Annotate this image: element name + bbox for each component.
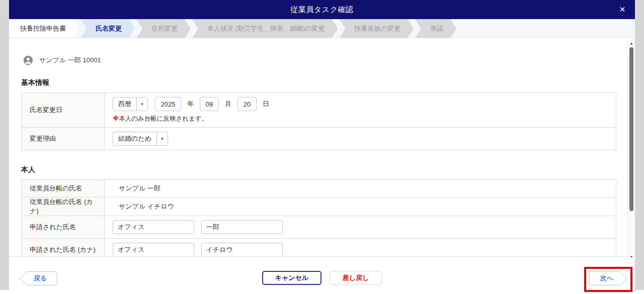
step-label: 扶養控除申告書	[20, 24, 66, 33]
era-select-value: 西暦	[113, 97, 136, 111]
era-select[interactable]: 西暦 ▼	[113, 97, 148, 111]
name-change-note: ※本人のみ台帳に反映されます。	[113, 115, 608, 123]
section-heading-basic-info: 基本情報	[21, 78, 616, 87]
next-button-label: 次へ	[589, 271, 627, 285]
table-row: 申請された氏名 (カナ)	[22, 239, 616, 257]
modal-footer: 戻る キャンセル 差し戻し 次へ	[9, 257, 635, 290]
table-row: 従業員台帳の氏名 サンプル 一郎	[22, 180, 616, 198]
reject-button[interactable]: 差し戻し	[330, 271, 382, 285]
step-label: 承認	[430, 24, 443, 33]
step-label: 氏名変更	[96, 24, 122, 33]
step-label: 住所変更	[151, 24, 178, 33]
page-background-right	[635, 0, 644, 290]
modal-header: 従業員タスク確認 ✕	[9, 0, 635, 19]
basic-info-table: 氏名変更日 西暦 ▼ 年 月 日	[21, 92, 616, 150]
employee-identity: サンプル 一郎 10001	[23, 55, 616, 65]
note-asterisk: ※	[113, 115, 119, 122]
ledger-kana-value: サンプル イチロウ	[113, 203, 174, 210]
step-label: 本人状況 (勤労学生、障害、婚姻)の変更	[207, 24, 325, 33]
field-label-applied-kana: 申請された氏名 (カナ)	[22, 239, 105, 257]
field-label-change-reason: 変更理由	[22, 128, 105, 150]
ledger-name-value: サンプル 一郎	[113, 184, 160, 192]
note-text: 本人のみ台帳に反映されます。	[119, 115, 208, 122]
table-row: 申請された氏名	[22, 216, 616, 239]
page-background-left	[0, 0, 9, 290]
step-approval[interactable]: 承認	[415, 19, 456, 38]
month-unit-label: 月	[225, 100, 231, 109]
table-row: 変更理由 結婚のため ▼	[22, 128, 616, 150]
next-button[interactable]: 次へ	[589, 271, 627, 285]
footer-center-buttons: キャンセル 差し戻し	[9, 257, 635, 285]
section-heading-person: 本人	[21, 165, 616, 174]
change-reason-value: 結婚のため	[113, 132, 156, 145]
step-label: 扶養家族の変更	[355, 24, 400, 33]
user-icon	[23, 55, 33, 65]
year-unit-label: 年	[187, 100, 194, 109]
vertical-scrollbar[interactable]: ▲ ▼	[627, 40, 635, 260]
close-icon[interactable]: ✕	[615, 0, 630, 19]
scroll-up-icon[interactable]: ▲	[628, 41, 635, 46]
employee-name-id: サンプル 一郎 10001	[39, 56, 101, 65]
back-button-label: 戻る	[19, 271, 57, 285]
table-row: 氏名変更日 西暦 ▼ 年 月 日	[22, 93, 616, 128]
person-table: 従業員台帳の氏名 サンプル 一郎 従業員台帳の氏名 (カナ) サンプル イチロウ…	[21, 179, 616, 257]
scrollbar-thumb[interactable]	[629, 47, 633, 211]
step-name-change[interactable]: 氏名変更	[80, 19, 135, 38]
field-label-applied-name: 申請された氏名	[22, 216, 105, 239]
applied-first-kana-input[interactable]	[201, 243, 283, 257]
step-address-change[interactable]: 住所変更	[136, 19, 191, 38]
step-navigation: 扶養控除申告書 氏名変更 住所変更 本人状況 (勤労学生、障害、婚姻)の変更 扶…	[9, 19, 635, 38]
highlight-box: 次へ	[584, 267, 632, 292]
day-input[interactable]	[237, 97, 257, 111]
field-label-ledger-kana: 従業員台帳の氏名 (カナ)	[22, 198, 105, 216]
applied-last-kana-input[interactable]	[113, 243, 194, 257]
field-label-name-change-date: 氏名変更日	[22, 93, 105, 128]
step-dependents-change[interactable]: 扶養家族の変更	[340, 19, 414, 38]
field-label-ledger-name: 従業員台帳の氏名	[22, 180, 105, 198]
day-unit-label: 日	[263, 100, 269, 109]
employee-task-modal: 従業員タスク確認 ✕ 扶養控除申告書 氏名変更 住所変更 本人状況 (勤労学生、…	[9, 0, 635, 294]
step-personal-status-change[interactable]: 本人状況 (勤労学生、障害、婚姻)の変更	[192, 19, 338, 38]
back-button[interactable]: 戻る	[19, 271, 57, 285]
step-dependent-declaration[interactable]: 扶養控除申告書	[9, 19, 79, 38]
modal-title: 従業員タスク確認	[290, 5, 353, 15]
cancel-button[interactable]: キャンセル	[262, 271, 321, 285]
chevron-down-icon: ▼	[156, 132, 168, 145]
applied-last-name-input[interactable]	[113, 220, 194, 234]
applied-first-name-input[interactable]	[201, 220, 283, 234]
month-input[interactable]	[200, 97, 219, 111]
modal-content: サンプル 一郎 10001 基本情報 氏名変更日 西暦 ▼ 年	[9, 38, 635, 257]
table-row: 従業員台帳の氏名 (カナ) サンプル イチロウ	[22, 198, 616, 216]
change-reason-select[interactable]: 結婚のため ▼	[113, 132, 168, 146]
chevron-down-icon: ▼	[136, 97, 147, 111]
year-input[interactable]	[155, 97, 181, 111]
